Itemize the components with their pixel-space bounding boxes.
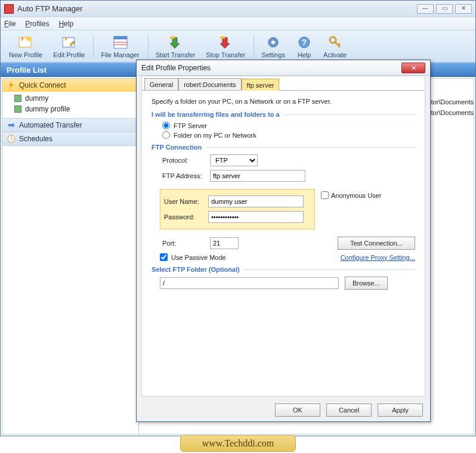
tabstrip: General robert:Documents ftp server bbox=[142, 76, 425, 91]
new-profile-button[interactable]: New Profile bbox=[4, 32, 47, 61]
port-label: Port: bbox=[162, 240, 210, 247]
quick-connect-header[interactable]: Quick Connect bbox=[2, 79, 138, 92]
profile-icon bbox=[14, 106, 21, 113]
toolbar-separator bbox=[254, 35, 254, 58]
group-ftp-connection: FTP Connection bbox=[152, 144, 415, 151]
tab-robert-documents[interactable]: robert:Documents bbox=[178, 78, 241, 90]
svg-point-10 bbox=[271, 41, 275, 44]
help-icon: ? bbox=[296, 35, 313, 50]
file-manager-button[interactable]: File Manager bbox=[96, 32, 144, 61]
ok-button[interactable]: OK bbox=[275, 404, 320, 417]
schedules-header[interactable]: Schedules bbox=[2, 132, 138, 145]
password-label: Password: bbox=[164, 213, 208, 221]
password-input[interactable] bbox=[208, 211, 304, 223]
menubar: File Profiles Help bbox=[1, 17, 475, 30]
titlebar: Auto FTP Manager — ▭ ✕ bbox=[1, 1, 475, 17]
ftp-address-label: FTP Address: bbox=[162, 172, 210, 179]
credentials-box: User Name: Password: bbox=[160, 189, 315, 229]
passive-mode-label: Use Passive Mode bbox=[171, 254, 226, 261]
browse-button[interactable]: Browse... bbox=[345, 277, 388, 290]
group-select-folder: Select FTP Folder (Optional) bbox=[152, 266, 415, 273]
radio-ftp-server[interactable] bbox=[162, 122, 170, 129]
protocol-label: Protocol: bbox=[162, 157, 210, 164]
tab-ftp-server[interactable]: ftp server bbox=[242, 79, 280, 91]
stop-transfer-icon bbox=[217, 35, 234, 50]
automated-transfer-header[interactable]: Automated Transfer bbox=[2, 119, 138, 132]
username-label: User Name: bbox=[164, 198, 208, 205]
dialog-title: Edit Profile Properties bbox=[141, 64, 401, 72]
ftp-folder-input[interactable] bbox=[160, 277, 339, 289]
maximize-button[interactable]: ▭ bbox=[436, 4, 453, 14]
instruction-text: Specify a folder on your PC, on a Networ… bbox=[152, 98, 415, 105]
clock-icon bbox=[7, 135, 16, 143]
gear-icon bbox=[265, 35, 282, 50]
port-input[interactable] bbox=[210, 237, 239, 249]
edit-profile-button[interactable]: Edit Profile bbox=[48, 32, 89, 61]
toolbar: New Profile Edit Profile File Manager St… bbox=[1, 30, 475, 63]
watermark: www.Techddi.com bbox=[180, 435, 296, 452]
anonymous-label: Anonymous User bbox=[331, 192, 381, 199]
profile-icon bbox=[14, 95, 21, 102]
watermark-bar: www.Techddi.com bbox=[0, 434, 476, 453]
profile-item-dummy-profile[interactable]: dummy profile bbox=[2, 104, 138, 114]
group-transfer-target: I will be transferring files and folders… bbox=[152, 111, 415, 118]
svg-text:?: ? bbox=[302, 38, 307, 47]
menu-profiles[interactable]: Profiles bbox=[25, 20, 49, 28]
activate-button[interactable]: Activate bbox=[319, 32, 351, 61]
menu-help[interactable]: Help bbox=[58, 20, 73, 28]
protocol-select[interactable]: FTP bbox=[210, 154, 258, 166]
dialog-buttons: OK Cancel Apply bbox=[269, 404, 423, 417]
svg-point-1 bbox=[26, 36, 31, 41]
cancel-button[interactable]: Cancel bbox=[326, 404, 372, 417]
panel-title: Profile List bbox=[7, 66, 47, 75]
profile-item-dummy[interactable]: dummy bbox=[2, 93, 138, 104]
app-icon bbox=[4, 4, 14, 14]
username-input[interactable] bbox=[208, 196, 304, 207]
menu-file[interactable]: File bbox=[4, 20, 16, 28]
close-button[interactable]: ✕ bbox=[455, 4, 472, 14]
start-transfer-button[interactable]: Start Transfer bbox=[151, 32, 200, 61]
tab-general[interactable]: General bbox=[144, 78, 178, 90]
start-transfer-icon bbox=[167, 35, 184, 50]
new-profile-icon bbox=[17, 35, 34, 50]
svg-rect-4 bbox=[114, 36, 127, 39]
help-button[interactable]: ? Help bbox=[291, 32, 317, 61]
test-connection-button[interactable]: Test Connection... bbox=[338, 237, 415, 250]
svg-rect-7 bbox=[170, 36, 175, 39]
toolbar-separator bbox=[93, 35, 94, 58]
dialog-titlebar: Edit Profile Properties ✕ bbox=[137, 60, 430, 76]
minimize-button[interactable]: — bbox=[417, 4, 434, 14]
toolbar-separator bbox=[148, 35, 149, 58]
radio-local-folder[interactable] bbox=[162, 131, 170, 139]
anonymous-checkbox[interactable] bbox=[321, 191, 329, 199]
settings-button[interactable]: Settings bbox=[256, 32, 290, 61]
apply-button[interactable]: Apply bbox=[378, 404, 423, 417]
key-icon bbox=[327, 35, 344, 50]
sidebar: Quick Connect dummy dummy profile A bbox=[2, 78, 139, 435]
lightning-icon bbox=[7, 81, 16, 89]
edit-profile-icon bbox=[61, 35, 78, 50]
transfer-icon bbox=[7, 121, 16, 129]
ftp-address-input[interactable] bbox=[210, 170, 305, 182]
app-title: Auto FTP Manager bbox=[17, 4, 415, 13]
dialog-close-button[interactable]: ✕ bbox=[401, 63, 425, 73]
radio-local-folder-label: Folder on my PC or Network bbox=[174, 132, 256, 139]
radio-ftp-server-label: FTP Server bbox=[174, 122, 207, 129]
tab-content: Specify a folder on your PC, on a Networ… bbox=[142, 91, 425, 300]
svg-rect-8 bbox=[220, 36, 225, 39]
file-manager-icon bbox=[112, 35, 129, 50]
stop-transfer-button[interactable]: Stop Transfer bbox=[201, 32, 250, 61]
passive-mode-checkbox[interactable] bbox=[160, 253, 168, 261]
edit-profile-dialog: Edit Profile Properties ✕ General robert… bbox=[136, 60, 431, 422]
configure-proxy-link[interactable]: Configure Proxy Setting... bbox=[341, 254, 415, 261]
